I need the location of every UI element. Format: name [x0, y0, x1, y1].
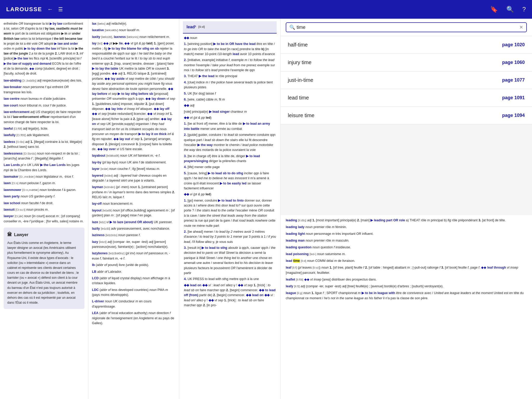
entry-lawfully: lawfully [lɔ:fʊlɪ] adv légalement.: [4, 133, 84, 138]
entry-lay: lay [leɪ] ◆◆ pt ▶▶ lie. ◆◆ vt (pt & pp l…: [92, 41, 175, 152]
search-bar: 🔍 ✕: [281, 19, 532, 36]
entry-law-school: law school noun faculté f de droit.: [4, 201, 84, 206]
entry-lay-by: lay-by (pl lay-bys) noun UK aire f de st…: [92, 160, 175, 165]
lead-column: lead¹ [li:d] ◆◆ noun 1. [winning positio…: [179, 19, 281, 399]
entry-LEA: LEA (abbr of local education authority) …: [92, 311, 175, 326]
entry-law-abiding: law-abiding [ɔ:,baɪdɪŋ] adj respectueux(…: [4, 78, 84, 83]
lead-sense-6: 6. [wire, cable] câble m, fil m: [183, 97, 277, 102]
entry-lazy: lazy [leɪzɪ] adj (compar -ier, super -ie…: [92, 240, 175, 250]
search-input[interactable]: [297, 25, 519, 30]
index-item-half-time[interactable]: half-time page 1020: [281, 36, 532, 54]
lead1-header: lead¹ [li:d]: [183, 21, 277, 34]
entry-LDC: LDC (abbr of less developed countries) n…: [92, 288, 175, 298]
entry-law-court: law court noun tribunal m, cour f de jus…: [4, 103, 84, 108]
entry-lazily: lazily [leɪzɪlɪ] adv paresseusement, ave…: [92, 226, 175, 231]
entry-LCD: LCD (abbr of liquid crystal display) nou…: [92, 276, 175, 286]
entry-L-driver: L-driver noun UK conducteur m en cours d…: [92, 299, 175, 309]
index-term: just-in-time: [288, 77, 313, 83]
lead-noun-marker: ◆◆ noun: [183, 36, 277, 41]
entry-layer: layer [leɪər] noun couche f ; fig [level…: [92, 167, 175, 171]
entry-lawful: lawful [lɔ:fʊl] adj légal(e), licite.: [4, 126, 84, 131]
entry-lawyer: lawyer [lɔ:jər] noun [in court] avocat m…: [4, 214, 84, 224]
lead-vt-2: 2. [guide] guider, conduire / to lead sb…: [183, 132, 277, 153]
app-logo: LAROUSSE: [6, 6, 42, 13]
entry-leading-man: leading man noun premier rôle m masculin…: [286, 238, 527, 243]
lead-entries: ◆◆ noun 1. [winning position] ▶ to be in…: [183, 34, 277, 311]
index-page: page 1020: [502, 42, 525, 48]
search-input-wrap[interactable]: 🔍 ✕: [286, 22, 527, 32]
entry-layabout: layabout [leɪəbaʊt] noun UK inf fainéant…: [92, 153, 175, 158]
middle-column: lax [læks] adj relâché(e). laxative [læk…: [88, 19, 179, 399]
bookmark-icon[interactable]: 🔖: [490, 6, 498, 13]
lawyer-info-box: 🏛 Lawyer Aux États-Unis comme en Anglete…: [4, 228, 84, 309]
lead-vi-1: 1. [go] mener, conduire ▶ to lead to /in…: [183, 198, 277, 228]
lawyer-icon: 🏛: [7, 231, 12, 238]
lead-sense-1: 1. [winning position] ▶ to be in OR have…: [183, 42, 277, 57]
lead-vt-5: 5. [cause, bring] ▶ to lead sb to do sth…: [183, 171, 277, 191]
index-page: page 1077: [502, 77, 525, 83]
lead-sense-4: 4. [clue] indice m / the police have sev…: [183, 80, 277, 90]
entry-lawsuit: lawsuit [lɔ:su:t] noun procès m.: [4, 207, 84, 212]
entry-law-breaker: law-breaker noun personne f qui enfreint…: [4, 85, 84, 95]
index-item-injury-time[interactable]: injury time page 1060: [281, 54, 532, 71]
law-top-text: enfreindre OR transgresser la loi ▶ by l…: [4, 21, 84, 76]
search-icon: 🔍: [289, 24, 295, 30]
lead-vt-3: 3. [be in charge of] être à la tête de, …: [183, 154, 277, 164]
entry-lawn-party: lawn party noun US garden-party f.: [4, 194, 84, 199]
entry-law-centre: law centre noun bureau m d'aide judiciai…: [4, 96, 84, 101]
lead-sense-5: 5. UK [for dog] laisse f: [183, 91, 277, 96]
index-item-leisure-time[interactable]: leisure time page 1094: [281, 107, 532, 124]
lead-subentries: ◆◆ lead on ◆◆ vi : lead on! allez-y ! ◆◆…: [183, 283, 277, 308]
entry-lawn: lawn [lɔ:n] noun pelouse f, gazon m.: [4, 181, 84, 186]
entry-lead-poisoning: lead poisoning [led-] noun saturnisme m.: [286, 251, 527, 257]
entry-leading-lady: leading lady noun premier rôle m féminin…: [286, 224, 527, 230]
index-item-lead-time[interactable]: lead time page 1091: [281, 89, 532, 107]
lawyer-box-title: 🏛 Lawyer: [7, 231, 81, 238]
index-list: half-time page 1020 injury time page 106…: [281, 36, 532, 215]
entry-law-enforcement: law-enforcement adj US chargé(e) de fair…: [4, 110, 84, 125]
lead-sense-3: 3. THEAT ▶ the lead le rôle principal: [183, 74, 277, 79]
lead-vt-marker: ◆◆ vt (pt & pp led): [183, 115, 277, 120]
entry-leaf: leaf [li:f] (pl leaves [li:vz]) noun 1. …: [286, 265, 527, 275]
entry-lawlessness: lawlessness [lɔ:lɪsnɪs] noun non-respect…: [4, 151, 84, 161]
entry-lay-off: lay-off noun licenciement m.: [92, 201, 175, 206]
app-header: LAROUSSE ← ☰ 🔖 🔍 ?: [0, 0, 532, 19]
right-panel: 🔍 ✕ half-time page 1020 injury time page…: [281, 19, 532, 399]
entry-layout: layout [leɪaʊt] noun [of office,building…: [92, 208, 175, 218]
index-page: page 1094: [502, 113, 525, 118]
entry-lawless: lawless [lɔ:lɪs] adj 1. [illegal] contra…: [4, 139, 84, 150]
entry-laze: laze [leɪz] vi ▶ to laze (around OR abou…: [92, 220, 175, 225]
entry-lawnmower: lawnmower [lɔ:n,məʊər] noun tondeuse f à…: [4, 188, 84, 192]
lead-adj-sense: [role] principal(e) ▶ lead singer chante…: [183, 109, 277, 114]
lead-vt-4: 4. [life] mener cette page: [183, 165, 277, 170]
main-content: enfreindre OR transgresser la loi ▶ by l…: [0, 19, 532, 399]
lead-vi-marker: ◆◆ vi (pt & pp led): [183, 192, 277, 197]
entry-law-lords: Law Lords pl n UK LAW ▶ the Law Lords le…: [4, 163, 84, 173]
entry-leading: leading [li:dɪŋ] adj 1. [most important]…: [286, 218, 527, 223]
search-clear-icon[interactable]: ✕: [519, 24, 523, 30]
entry-lazybones: lazybones [leɪzɪbəʊnz] (pl inv) noun inf…: [92, 251, 175, 261]
help-icon[interactable]: ?: [522, 6, 526, 13]
lead-adj-marker: ◆◆ adj: [183, 103, 277, 108]
entry-leafy: leafy [li:fɪ] adj (compar -ier, super -i…: [286, 284, 527, 289]
left-column: enfreindre OR transgresser la loi ▶ by l…: [0, 19, 88, 399]
index-term: injury time: [288, 59, 311, 65]
entry-laxative: laxative [læksətɪv] noun laxatif m.: [92, 28, 175, 33]
lawyer-box-text: Aux États-Unis comme en Angleterre, le t…: [7, 241, 81, 305]
index-page: page 1091: [502, 95, 525, 101]
entry-lawmaker: lawmaker [lɔ:,meɪkər] noun législateur m…: [4, 174, 84, 179]
index-term: leisure time: [288, 112, 314, 118]
entry-laxity: laxity [læksɪtɪ], laxness [læksnis] noun…: [92, 35, 175, 39]
entry-layered: layered [leɪəd] adj : layered hair cheve…: [92, 173, 175, 183]
entry-league: league [li:g] noun 1. ligue f ; SPORT ch…: [286, 290, 527, 301]
back-button[interactable]: ←: [47, 6, 53, 13]
entry-layman: layman [leɪmən] (pl -men) noun 1. [untra…: [92, 185, 175, 200]
lead-sense-2: 2. [initiative, example] initiative f, e…: [183, 58, 277, 73]
index-item-just-in-time[interactable]: just-in-time page 1077: [281, 71, 532, 89]
menu-button[interactable]: ☰: [58, 6, 63, 12]
index-term: half-time: [288, 42, 308, 48]
right-entries: leading [li:dɪŋ] adj 1. [most important]…: [281, 215, 532, 399]
entry-lax: lax [læks] adj relâché(e).: [92, 21, 175, 26]
search-header-icon[interactable]: 🔍: [506, 6, 514, 13]
entry-LB: LB abbr of Labrador.: [92, 269, 175, 274]
